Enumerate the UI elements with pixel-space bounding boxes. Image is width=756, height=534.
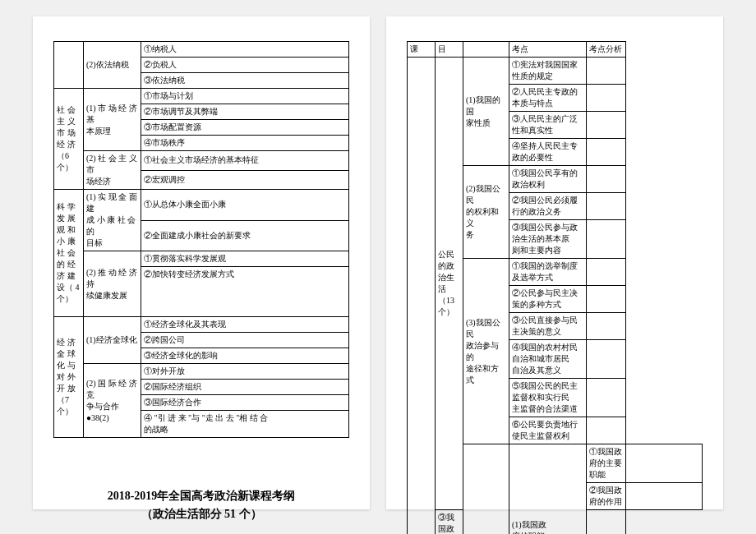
point-cell: ①纳税人 — [141, 42, 349, 58]
point-cell: ②负税人 — [141, 58, 349, 73]
kaodian-cell: ①我国政府的主要职能 — [586, 444, 625, 483]
analysis-cell — [586, 259, 625, 286]
title-line2: （政治生活部分 51 个） — [53, 505, 349, 523]
right-table: 课 目 考点 考点分析 公民 的政 治生 活 （13 个）(1)我国的国 家性质… — [407, 41, 703, 534]
kaodian-cell: ③公民直接参与民主决策的意义 — [509, 313, 587, 340]
title-line1: 2018-2019年全国高考政治新课程考纲 — [53, 487, 349, 505]
analysis-cell — [625, 444, 703, 483]
point-cell: ①社会主义市场经济的基本特征 — [141, 151, 349, 171]
point-cell: ④ "引 进 来 "与 "走 出 去 "相 结 合 的战略 — [141, 411, 349, 438]
analysis-cell — [586, 379, 625, 417]
analysis-cell — [586, 417, 625, 444]
page-right: 课 目 考点 考点分析 公民 的政 治生 活 （13 个）(1)我国的国 家性质… — [386, 16, 723, 509]
point-cell: ①经济全球化及其表现 — [141, 317, 349, 333]
topic-cell: (1)我国政 府的职能 和责任 — [509, 444, 587, 535]
header-course: 课 — [408, 42, 436, 58]
point-cell: ③经济全球化的影响 — [141, 348, 349, 364]
analysis-cell — [586, 139, 625, 166]
kaodian-cell: ④坚持人民民主专政的必要性 — [509, 139, 587, 166]
kaodian-cell: ⑥公民要负责地行使民主监督权利 — [509, 417, 587, 444]
subcategory-cell: (2) 社 会 主 义 市 场经济 — [84, 151, 141, 190]
point-cell: ②全面建成小康社会的新要求 — [141, 220, 349, 251]
category-cell: 社 会 主 义 市 场 经 济 （6 个） — [54, 89, 84, 190]
analysis-cell — [586, 286, 625, 313]
kaodian-cell: ③我国公民参与政治生活的基本原 则和主要内容 — [509, 220, 587, 259]
table-row: (2) 推 动 经 济 持 续健康发展①贯彻落实科学发展观 — [54, 251, 349, 267]
table-header-row: 课 目 考点 考点分析 — [408, 42, 703, 58]
header-item: 目 — [436, 42, 463, 58]
category-cell — [54, 42, 84, 89]
table-row: (2)依法纳税①纳税人 — [54, 42, 349, 58]
point-cell: ①贯彻落实科学发展观 — [141, 251, 349, 267]
header-blank — [463, 42, 509, 58]
point-cell: ③国际经济合作 — [141, 395, 349, 411]
subcategory-cell: (2)依法纳税 — [84, 42, 141, 89]
kaodian-cell: ②我国政府的作用 — [586, 483, 625, 510]
table-row: (2) 社 会 主 义 市 场经济①社会主义市场经济的基本特征 — [54, 151, 349, 171]
page-left: (2)依法纳税①纳税人②负税人③依法纳税社 会 主 义 市 场 经 济 （6 个… — [33, 16, 370, 509]
unit-cell: 公民 的政 治生 活 （13 个） — [436, 58, 463, 510]
point-cell: ①对外开放 — [141, 364, 349, 380]
analysis-cell — [586, 58, 625, 85]
kaodian-cell: ③我国政府的宗旨和政府工作 的基本原则 — [436, 510, 463, 535]
analysis-cell — [586, 193, 625, 220]
kaodian-cell: ②公民参与民主决策的多种方式 — [509, 286, 587, 313]
header-kaodian: 考点 — [509, 42, 587, 58]
course-cell — [408, 58, 436, 535]
topic-cell: (1)我国的国 家性质 — [463, 58, 509, 166]
kaodian-cell: ③人民民主的广泛性和真实性 — [509, 112, 587, 139]
subcategory-cell: (1) 实 现 全 面 建 成 小 康 社 会 的 目标 — [84, 190, 141, 251]
analysis-cell — [586, 112, 625, 139]
kaodian-cell: ①宪法对我国国家性质的规定 — [509, 58, 587, 85]
point-cell: ②加快转变经济发展方式 — [141, 267, 349, 317]
subcategory-cell: (2) 国 际 经 济 竞 争与合作 ●38(2) — [84, 364, 141, 438]
subcategory-cell: (1) 市 场 经 济 基 本原理 — [84, 89, 141, 151]
category-cell: 经 济 全 球 化 与 对 外 开 放 （7 个） — [54, 317, 84, 438]
kaodian-cell: ②人民民主专政的本质与特点 — [509, 85, 587, 112]
analysis-cell — [586, 85, 625, 112]
point-cell: ②市场调节及其弊端 — [141, 104, 349, 120]
kaodian-cell: ①我国的选举制度及选举方式 — [509, 259, 587, 286]
unit-cell: 我国的 政府 （9 个） — [463, 444, 509, 535]
topic-cell: (3)我国公民 政治参与的 途径和方式 — [463, 259, 509, 444]
subcategory-cell: (2) 推 动 经 济 持 续健康发展 — [84, 251, 141, 317]
analysis-cell — [586, 313, 625, 340]
table-row: 公民 的政 治生 活 （13 个）(1)我国的国 家性质①宪法对我国国家性质的规… — [408, 58, 703, 85]
analysis-cell — [586, 166, 625, 193]
point-cell: ③依法纳税 — [141, 73, 349, 89]
topic-cell: (2)我国公民 的权利和义 务 — [463, 166, 509, 259]
analysis-cell — [586, 220, 625, 259]
kaodian-cell: ⑤我国公民的民主监督权和实行民 主监督的合法渠道 — [509, 379, 587, 417]
point-cell: ③市场配置资源 — [141, 120, 349, 136]
analysis-cell — [586, 340, 625, 379]
kaodian-cell: ④我国的农村村民自治和城市居民 自治及其意义 — [509, 340, 587, 379]
left-table: (2)依法纳税①纳税人②负税人③依法纳税社 会 主 义 市 场 经 济 （6 个… — [53, 41, 349, 438]
table-row: 经 济 全 球 化 与 对 外 开 放 （7 个）(1)经济全球化①经济全球化及… — [54, 317, 349, 333]
subcategory-cell: (1)经济全球化 — [84, 317, 141, 364]
kaodian-cell: ②我国公民必须履行的政治义务 — [509, 193, 587, 220]
point-cell: ①市场与计划 — [141, 89, 349, 104]
point-cell: ②国际经济组织 — [141, 380, 349, 395]
point-cell: ④市场秩序 — [141, 136, 349, 151]
analysis-cell — [625, 483, 703, 510]
table-row: 社 会 主 义 市 场 经 济 （6 个）(1) 市 场 经 济 基 本原理①市… — [54, 89, 349, 104]
header-analysis: 考点分析 — [586, 42, 625, 58]
table-row: (2) 国 际 经 济 竞 争与合作 ●38(2)①对外开放 — [54, 364, 349, 380]
point-cell: ②跨国公司 — [141, 333, 349, 348]
document-title: 2018-2019年全国高考政治新课程考纲 （政治生活部分 51 个） — [53, 487, 349, 524]
kaodian-cell: ①我国公民享有的政治权利 — [509, 166, 587, 193]
analysis-cell — [586, 510, 625, 535]
point-cell: ①从总体小康全面小康 — [141, 190, 349, 221]
table-row: 科 学 发 展 观 和 小 康 社 会 的 经 济 建 设（ 4 个）(1) 实… — [54, 190, 349, 221]
category-cell: 科 学 发 展 观 和 小 康 社 会 的 经 济 建 设（ 4 个） — [54, 190, 84, 317]
point-cell: ②宏观调控 — [141, 170, 349, 190]
